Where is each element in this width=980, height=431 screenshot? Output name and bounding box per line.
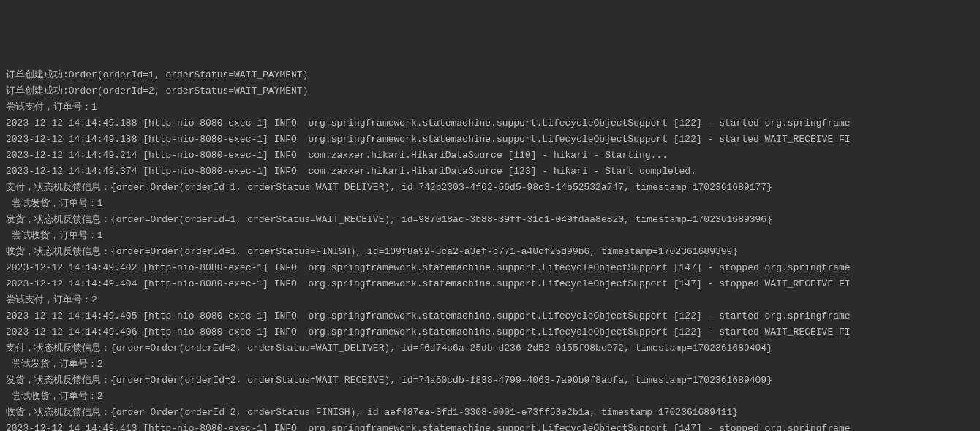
log-line: 尝试支付，订单号：1 [6, 99, 974, 115]
log-line: 发货，状态机反馈信息：{order=Order(orderId=1, order… [6, 212, 974, 228]
log-line: 尝试支付，订单号：2 [6, 292, 974, 308]
log-line: 2023-12-12 14:14:49.404 [http-nio-8080-e… [6, 276, 974, 292]
log-line: 支付，状态机反馈信息：{order=Order(orderId=1, order… [6, 180, 974, 196]
log-line: 订单创建成功:Order(orderId=2, orderStatus=WAIT… [6, 83, 974, 99]
console-output[interactable]: 订单创建成功:Order(orderId=1, orderStatus=WAIT… [6, 67, 974, 431]
log-line: 2023-12-12 14:14:49.188 [http-nio-8080-e… [6, 131, 974, 148]
log-line: 尝试发货，订单号：1 [6, 196, 974, 212]
log-line: 收货，状态机反馈信息：{order=Order(orderId=1, order… [6, 244, 974, 260]
log-line: 收货，状态机反馈信息：{order=Order(orderId=2, order… [6, 405, 974, 421]
log-line: 尝试收货，订单号：2 [6, 389, 974, 405]
log-line: 订单创建成功:Order(orderId=1, orderStatus=WAIT… [6, 67, 974, 83]
log-line: 2023-12-12 14:14:49.374 [http-nio-8080-e… [6, 164, 974, 180]
log-line: 2023-12-12 14:14:49.214 [http-nio-8080-e… [6, 148, 974, 164]
log-line: 2023-12-12 14:14:49.402 [http-nio-8080-e… [6, 260, 974, 276]
log-line: 尝试收货，订单号：1 [6, 228, 974, 244]
log-line: 2023-12-12 14:14:49.406 [http-nio-8080-e… [6, 324, 974, 340]
log-line: 2023-12-12 14:14:49.188 [http-nio-8080-e… [6, 115, 974, 131]
log-line: 2023-12-12 14:14:49.413 [http-nio-8080-e… [6, 421, 974, 431]
log-line: 发货，状态机反馈信息：{order=Order(orderId=2, order… [6, 373, 974, 389]
log-line: 2023-12-12 14:14:49.405 [http-nio-8080-e… [6, 308, 974, 324]
log-line: 支付，状态机反馈信息：{order=Order(orderId=2, order… [6, 340, 974, 356]
log-line: 尝试发货，订单号：2 [6, 356, 974, 373]
